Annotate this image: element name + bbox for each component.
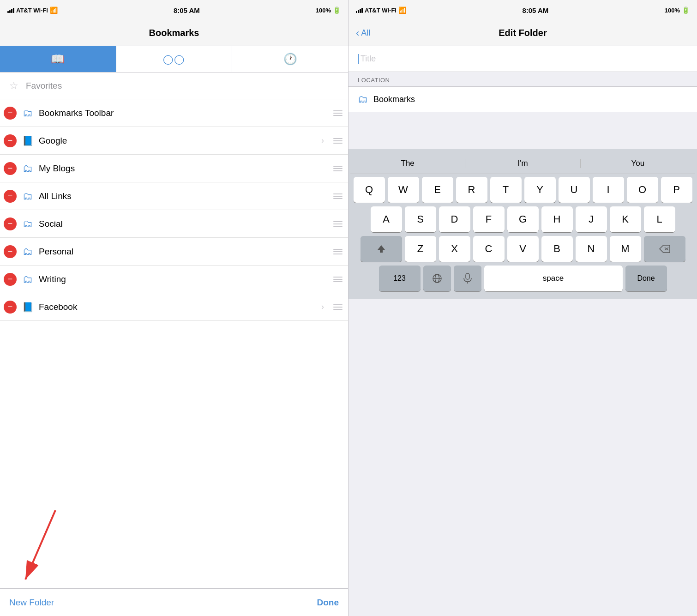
key-m[interactable]: M — [610, 236, 641, 262]
favorites-label: Favorites — [26, 81, 62, 91]
left-battery: 100% 🔋 — [316, 6, 341, 14]
key-c[interactable]: C — [473, 236, 505, 262]
list-item[interactable]: − 🗂 Bookmarks Toolbar — [0, 99, 348, 127]
minus-icon: − — [8, 247, 13, 255]
signal-bars — [7, 7, 14, 13]
key-row-3: Z X C V B N M — [352, 236, 693, 262]
key-o[interactable]: O — [627, 177, 658, 203]
drag-handle[interactable] — [333, 166, 342, 171]
key-w[interactable]: W — [388, 177, 419, 203]
autocomplete-word-3[interactable]: You — [581, 159, 695, 168]
back-label: All — [361, 28, 370, 38]
drag-handle[interactable] — [333, 304, 342, 310]
bookmark-name: Facebook — [39, 302, 317, 312]
list-item[interactable]: − 🗂 Personal — [0, 238, 348, 266]
key-h[interactable]: H — [541, 206, 573, 232]
delete-button[interactable]: − — [4, 217, 17, 230]
wifi-icon: 📶 — [398, 6, 406, 14]
list-item[interactable]: − 🗂 My Blogs — [0, 155, 348, 182]
tab-reading-list[interactable]: ◯◯ — [116, 46, 233, 72]
key-d[interactable]: D — [439, 206, 470, 232]
key-x[interactable]: X — [439, 236, 470, 262]
location-section: LOCATION 🗂 Bookmarks — [348, 72, 697, 112]
list-item[interactable]: − 🗂 Writing — [0, 266, 348, 293]
autocomplete-word-2[interactable]: I'm — [465, 159, 580, 168]
list-item[interactable]: − 🗂 All Links — [0, 182, 348, 210]
minus-icon: − — [8, 136, 13, 145]
delete-button[interactable]: − — [4, 162, 17, 175]
drag-handle[interactable] — [333, 249, 342, 254]
folder-icon: 🗂 — [21, 273, 34, 285]
delete-button[interactable]: − — [4, 134, 17, 147]
new-folder-button[interactable]: New Folder — [9, 598, 54, 608]
globe-key[interactable] — [423, 266, 451, 291]
book-icon: 📘 — [21, 135, 34, 146]
delete-button[interactable]: − — [4, 301, 17, 314]
delete-button[interactable]: − — [4, 190, 17, 203]
bottom-bar: New Folder Done — [0, 588, 348, 616]
key-row-4: 123 space Done — [352, 266, 693, 291]
numbers-key[interactable]: 123 — [379, 266, 421, 291]
back-button[interactable]: ‹ All — [356, 27, 370, 39]
book-open-icon: 📖 — [51, 53, 65, 66]
left-status-bar: AT&T Wi-Fi 📶 8:05 AM 100% 🔋 — [0, 0, 348, 20]
space-key[interactable]: space — [484, 266, 623, 291]
key-u[interactable]: U — [559, 177, 590, 203]
key-r[interactable]: R — [456, 177, 487, 203]
delete-button[interactable]: − — [4, 245, 17, 258]
shift-key[interactable] — [361, 236, 402, 262]
key-l[interactable]: L — [644, 206, 675, 232]
key-y[interactable]: Y — [524, 177, 556, 203]
favorites-row[interactable]: ☆ Favorites — [0, 72, 348, 99]
bookmark-name: All Links — [39, 191, 327, 201]
key-j[interactable]: J — [576, 206, 607, 232]
mic-icon — [463, 273, 472, 284]
left-time: 8:05 AM — [174, 6, 200, 14]
done-button[interactable]: Done — [317, 598, 339, 608]
globe-icon — [432, 273, 443, 284]
key-q[interactable]: Q — [354, 177, 385, 203]
key-e[interactable]: E — [422, 177, 453, 203]
list-item[interactable]: − 🗂 Social — [0, 210, 348, 238]
list-item[interactable]: − 📘 Facebook › — [0, 293, 348, 321]
drag-handle[interactable] — [333, 110, 342, 116]
delete-button[interactable]: − — [4, 107, 17, 120]
key-s[interactable]: S — [405, 206, 436, 232]
key-g[interactable]: G — [507, 206, 539, 232]
key-p[interactable]: P — [661, 177, 692, 203]
key-v[interactable]: V — [507, 236, 539, 262]
wifi-icon: 📶 — [50, 6, 58, 14]
key-t[interactable]: T — [490, 177, 522, 203]
microphone-key[interactable] — [454, 266, 481, 291]
key-i[interactable]: I — [593, 177, 624, 203]
key-n[interactable]: N — [576, 236, 607, 262]
title-field-placeholder: Title — [361, 54, 376, 64]
minus-icon: − — [8, 192, 13, 200]
tab-bar: 📖 ◯◯ 🕐 — [0, 46, 348, 72]
drag-handle[interactable] — [333, 193, 342, 199]
done-keyboard-key[interactable]: Done — [625, 266, 667, 291]
bookmark-list: ☆ Favorites − 🗂 Bookmarks Toolbar − 📘 Go… — [0, 72, 348, 588]
minus-icon: − — [8, 109, 13, 117]
chevron-left-icon: ‹ — [356, 27, 359, 39]
key-f[interactable]: F — [473, 206, 505, 232]
key-k[interactable]: K — [610, 206, 641, 232]
key-z[interactable]: Z — [405, 236, 436, 262]
shift-icon — [376, 243, 387, 254]
backspace-key[interactable] — [644, 236, 685, 262]
drag-handle[interactable] — [333, 138, 342, 144]
autocomplete-word-1[interactable]: The — [350, 159, 465, 168]
right-time: 8:05 AM — [522, 6, 548, 14]
list-item[interactable]: − 📘 Google › — [0, 127, 348, 155]
title-input-row[interactable]: Title — [348, 46, 697, 72]
tab-bookmarks[interactable]: 📖 — [0, 46, 116, 72]
key-a[interactable]: A — [371, 206, 402, 232]
tab-history[interactable]: 🕐 — [232, 46, 348, 72]
delete-button[interactable]: − — [4, 273, 17, 286]
location-row[interactable]: 🗂 Bookmarks — [348, 86, 697, 112]
drag-handle[interactable] — [333, 221, 342, 227]
key-b[interactable]: B — [541, 236, 573, 262]
drag-handle[interactable] — [333, 277, 342, 282]
signal-bars — [356, 7, 363, 13]
text-cursor — [358, 54, 359, 64]
